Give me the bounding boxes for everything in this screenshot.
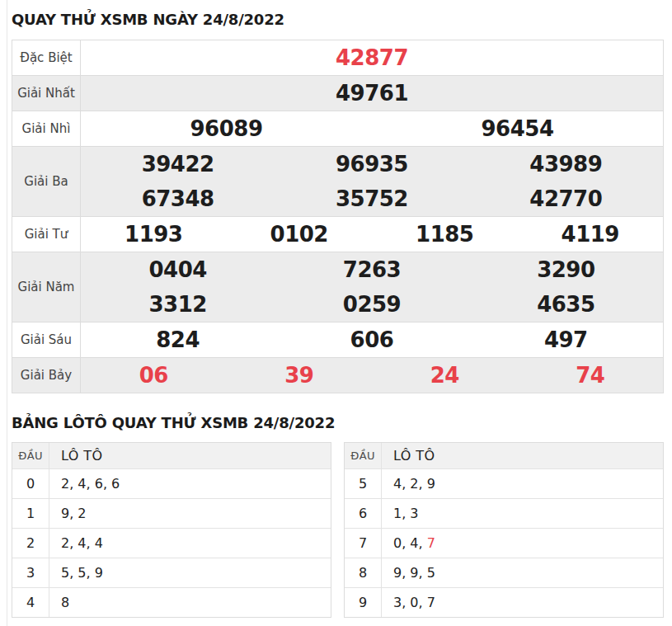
loto-values: 1, 3	[382, 506, 663, 521]
prize-number: 42877	[81, 45, 663, 70]
prize-values: 42877	[81, 40, 663, 75]
loto-table-left: ĐẦU LÔ TÔ 0 2, 4, 6, 6 1 9, 2 2 2, 4, 4 …	[12, 442, 331, 618]
prize-row-giai-nam: Giải Năm 0404 7263 3290 3312 0259 4635	[12, 252, 663, 322]
prize-row-giai-tu: Giải Tư 1193 0102 1185 4119	[12, 216, 663, 252]
prize-label: Giải Nhì	[12, 111, 81, 146]
page-content: QUAY THỬ XSMB NGÀY 24/8/2022 Đặc Biệt 42…	[12, 0, 664, 618]
col-header-loto: LÔ TÔ	[49, 448, 331, 464]
page-title: QUAY THỬ XSMB NGÀY 24/8/2022	[12, 0, 664, 29]
loto-title: BẢNG LÔTÔ QUAY THỬ XSMB 24/8/2022	[12, 414, 664, 432]
prize-row-dac-biet: Đặc Biệt 42877	[12, 40, 663, 75]
loto-values: 2, 4, 4	[49, 535, 331, 551]
prize-number: 3312	[81, 292, 275, 317]
prize-number: 42770	[469, 186, 663, 211]
prize-label: Giải Sáu	[12, 322, 81, 357]
prize-number: 96935	[275, 152, 468, 177]
highlighted-loto: 7	[427, 535, 435, 551]
prize-row-giai-nhat: Giải Nhất 49761	[12, 75, 663, 111]
prize-number: 1185	[372, 222, 518, 247]
dau-cell: 2	[12, 529, 49, 558]
loto-row: 7 0, 4, 7	[345, 528, 663, 558]
loto-row: 6 1, 3	[345, 498, 663, 528]
prize-values: 1193 0102 1185 4119	[81, 217, 663, 252]
prize-number: 96089	[81, 116, 372, 141]
prize-number: 497	[469, 327, 663, 352]
loto-values: 5, 5, 9	[49, 565, 331, 581]
loto-tables: ĐẦU LÔ TÔ 0 2, 4, 6, 6 1 9, 2 2 2, 4, 4 …	[12, 442, 664, 618]
prize-row-giai-sau: Giải Sáu 824 606 497	[12, 322, 663, 357]
prize-number: 35752	[275, 186, 468, 211]
prize-values: 49761	[81, 76, 663, 111]
loto-values: 9, 2	[49, 506, 331, 521]
prize-label: Giải Bảy	[12, 358, 81, 393]
dau-cell: 9	[345, 588, 382, 617]
loto-header: ĐẦU LÔ TÔ	[345, 443, 663, 468]
loto-values: 2, 4, 6, 6	[49, 476, 331, 492]
loto-values: 8	[49, 595, 331, 610]
col-header-dau: ĐẦU	[12, 443, 49, 468]
prize-number: 67348	[81, 186, 275, 211]
dau-cell: 7	[345, 529, 382, 558]
loto-values: 3, 0, 7	[382, 595, 663, 610]
prize-label: Đặc Biệt	[12, 40, 81, 75]
prize-number: 7263	[275, 257, 468, 282]
prize-number: 606	[275, 327, 468, 352]
loto-row: 9 3, 0, 7	[345, 587, 663, 617]
prize-number: 1193	[81, 222, 227, 247]
dau-cell: 5	[345, 469, 382, 498]
prize-number: 06	[81, 363, 227, 388]
loto-table-right: ĐẦU LÔ TÔ 5 4, 2, 9 6 1, 3 7 0, 4, 7 8 9…	[344, 442, 664, 618]
prize-label: Giải Năm	[12, 252, 81, 322]
loto-values: 4, 2, 9	[382, 476, 663, 492]
prize-number: 43989	[469, 152, 663, 177]
dau-cell: 6	[345, 499, 382, 528]
prize-row-giai-bay: Giải Bảy 06 39 24 74	[12, 357, 663, 393]
prize-row-giai-nhi: Giải Nhì 96089 96454	[12, 111, 663, 146]
prize-number: 4119	[518, 222, 664, 247]
dau-cell: 4	[12, 588, 49, 617]
prize-number: 39422	[81, 152, 275, 177]
loto-values: 9, 9, 5	[382, 565, 663, 581]
prize-label: Giải Ba	[12, 147, 81, 216]
prize-values: 0404 7263 3290 3312 0259 4635	[81, 252, 663, 322]
prize-number: 39	[227, 363, 373, 388]
prize-number: 0404	[81, 257, 275, 282]
prize-number: 3290	[469, 257, 663, 282]
loto-values: 0, 4, 7	[382, 535, 663, 551]
prize-number: 4635	[469, 292, 663, 317]
loto-row: 4 8	[12, 587, 331, 617]
prize-number: 0259	[275, 292, 468, 317]
dau-cell: 1	[12, 499, 49, 528]
lottery-results-page: { "colors": { "accent_red": "#e8414a", "…	[0, 0, 672, 626]
loto-row: 0 2, 4, 6, 6	[12, 468, 331, 498]
prize-values: 06 39 24 74	[81, 358, 663, 393]
prize-number: 24	[372, 363, 518, 388]
prize-number: 0102	[227, 222, 373, 247]
prize-values: 96089 96454	[81, 111, 663, 146]
prize-number: 74	[518, 363, 664, 388]
dau-cell: 0	[12, 469, 49, 498]
loto-row: 2 2, 4, 4	[12, 528, 331, 558]
loto-row: 8 9, 9, 5	[345, 558, 663, 587]
loto-row: 5 4, 2, 9	[345, 468, 663, 498]
prize-row-giai-ba: Giải Ba 39422 96935 43989 67348 35752 42…	[12, 146, 663, 216]
results-table: Đặc Biệt 42877 Giải Nhất 49761 Giải Nhì …	[12, 40, 664, 393]
dau-cell: 8	[345, 558, 382, 587]
prize-label: Giải Nhất	[12, 76, 81, 111]
loto-row: 3 5, 5, 9	[12, 558, 331, 587]
prize-values: 824 606 497	[81, 322, 663, 357]
loto-row: 1 9, 2	[12, 498, 331, 528]
page-left-rule	[7, 0, 7, 626]
prize-number: 824	[81, 327, 275, 352]
prize-number: 96454	[372, 116, 663, 141]
col-header-loto: LÔ TÔ	[382, 448, 663, 464]
prize-label: Giải Tư	[12, 217, 81, 252]
loto-header: ĐẦU LÔ TÔ	[12, 443, 331, 468]
prize-number: 49761	[81, 81, 663, 106]
prize-values: 39422 96935 43989 67348 35752 42770	[81, 147, 663, 216]
col-header-dau: ĐẦU	[345, 443, 382, 468]
dau-cell: 3	[12, 558, 49, 587]
